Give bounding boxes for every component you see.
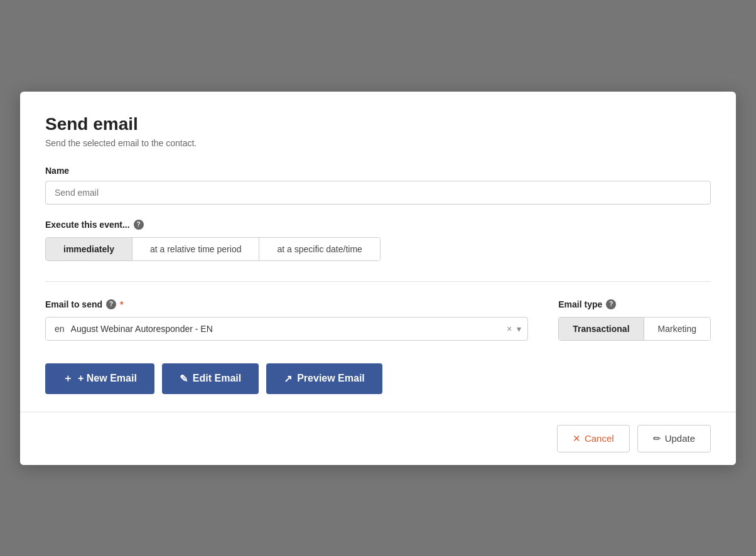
action-buttons: ＋ + New Email ✎ Edit Email ↗ Preview Ema… (45, 363, 711, 394)
cancel-x-icon: ✕ (573, 433, 581, 444)
preview-email-label: Preview Email (297, 373, 365, 384)
email-to-send-col: Email to send ? * en August Webinar Auto… (45, 299, 528, 341)
email-select-value: August Webinar Autoresponder - EN (71, 318, 501, 340)
email-type-col: Email type ? Transactional Marketing (558, 299, 711, 341)
new-email-button[interactable]: ＋ + New Email (45, 363, 154, 394)
execute-tab-group: immediately at a relative time period at… (45, 237, 381, 261)
required-star: * (120, 299, 123, 309)
email-to-send-label: Email to send ? * (45, 299, 528, 309)
email-select-row[interactable]: en August Webinar Autoresponder - EN × ▾ (45, 317, 528, 341)
modal-subtitle: Send the selected email to the contact. (45, 138, 711, 148)
email-type-label: Email type ? (558, 299, 711, 309)
email-section: Email to send ? * en August Webinar Auto… (45, 299, 711, 341)
execute-help-icon[interactable]: ? (134, 220, 144, 230)
update-label: Update (665, 433, 695, 444)
cancel-button[interactable]: ✕ Cancel (557, 425, 630, 452)
email-dropdown-icon[interactable]: ▾ (517, 324, 521, 334)
btn-transactional[interactable]: Transactional (559, 318, 644, 340)
send-email-modal: Send email Send the selected email to th… (20, 92, 736, 465)
email-type-group: Transactional Marketing (558, 317, 711, 341)
plus-icon: ＋ (63, 372, 73, 385)
execute-event-label: Execute this event... ? (45, 220, 711, 230)
edit-icon: ✎ (180, 373, 188, 385)
modal-body: Send email Send the selected email to th… (20, 92, 736, 412)
divider (45, 281, 711, 282)
email-to-send-help-icon[interactable]: ? (106, 299, 116, 309)
edit-email-button[interactable]: ✎ Edit Email (162, 363, 259, 394)
name-input[interactable] (45, 181, 711, 205)
email-clear-icon[interactable]: × (507, 324, 512, 334)
tab-immediately[interactable]: immediately (46, 238, 132, 260)
cancel-label: Cancel (585, 433, 614, 444)
btn-marketing[interactable]: Marketing (644, 318, 710, 340)
email-lang: en (46, 318, 71, 340)
update-button[interactable]: ✏ Update (637, 425, 711, 452)
modal-footer: ✕ Cancel ✏ Update (20, 412, 736, 465)
preview-email-button[interactable]: ↗ Preview Email (266, 363, 382, 394)
email-select-actions: × ▾ (500, 324, 527, 334)
name-label: Name (45, 166, 711, 176)
email-type-help-icon[interactable]: ? (606, 299, 616, 309)
tab-relative[interactable]: at a relative time period (132, 238, 260, 260)
modal-overlay: Send email Send the selected email to th… (0, 0, 756, 556)
modal-title: Send email (45, 114, 711, 134)
external-icon: ↗ (284, 373, 292, 385)
tab-specific[interactable]: at a specific date/time (259, 238, 379, 260)
edit-email-label: Edit Email (193, 373, 241, 384)
new-email-label: + New Email (78, 373, 137, 384)
pencil-icon: ✏ (653, 433, 661, 444)
